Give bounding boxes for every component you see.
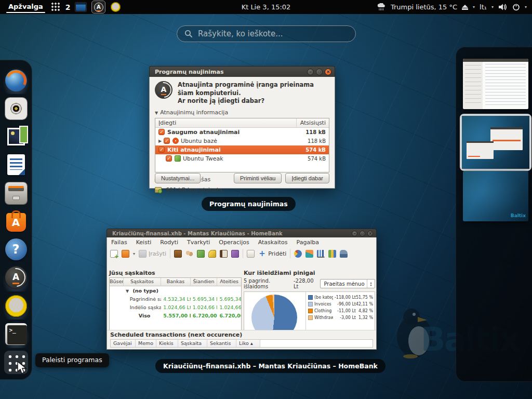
- spinner-arrows-icon[interactable]: ▴▾: [367, 280, 375, 288]
- keyboard-layout-indicator[interactable]: lt₁: [480, 3, 487, 11]
- software-updater-tray-icon[interactable]: A: [91, 1, 105, 14]
- budget-report-icon[interactable]: [328, 250, 336, 258]
- maximize-button[interactable]: ▫: [316, 69, 323, 75]
- dock-item-files[interactable]: [4, 181, 28, 205]
- dock-item-software-center[interactable]: A: [4, 209, 28, 233]
- activities-button[interactable]: Apžvalga: [5, 1, 46, 14]
- open-caret-icon[interactable]: ▾: [133, 251, 135, 256]
- baltix-tray-icon[interactable]: [111, 2, 121, 12]
- settings-button[interactable]: Nustatymai...: [155, 173, 201, 183]
- eject-caret-icon[interactable]: ▾: [473, 5, 475, 9]
- updates-info-expander[interactable]: ▼Atnaujinimų informacija: [155, 109, 329, 116]
- balance-report-icon[interactable]: [317, 250, 325, 258]
- save-icon[interactable]: [139, 250, 147, 258]
- apps-grid-icon[interactable]: [51, 3, 60, 11]
- power-icon[interactable]: [512, 3, 520, 11]
- column-install[interactable]: Įdiegti: [155, 118, 297, 127]
- software-updater-icon: A: [5, 267, 27, 288]
- close-button[interactable]: ×: [367, 231, 373, 236]
- column-download[interactable]: Atsisiųsti: [297, 118, 329, 127]
- save-label[interactable]: Įrašyti: [149, 250, 166, 257]
- updates-list[interactable]: Įdiegti Atsisiųsti ✓ Saugumo atnaujinima…: [155, 118, 329, 172]
- dock-item-terminal[interactable]: [4, 322, 28, 345]
- payees-icon[interactable]: [185, 250, 193, 258]
- search-icon: [184, 30, 193, 38]
- dock-item-software-updater[interactable]: A: [4, 266, 28, 289]
- remind-later-button[interactable]: Priminti vėliau: [234, 173, 282, 183]
- statistics-pie-icon[interactable]: [294, 250, 302, 258]
- spending-section-title: Kur išleidžiami pinigai: [244, 270, 375, 276]
- menu-help[interactable]: Pagalba: [297, 239, 319, 246]
- updater-titlebar[interactable]: Programų naujinimas – ▫ ×: [149, 66, 335, 77]
- homebank-window[interactable]: Kriaučiūnų-finansai.xhb - Mantas Kriauči…: [107, 229, 377, 350]
- assignments-icon[interactable]: [208, 250, 216, 258]
- ubuntu-logo-icon: [172, 138, 179, 144]
- ledger-icon[interactable]: [247, 250, 255, 258]
- update-row-security[interactable]: ✓ Saugumo atnaujinimai 118 kB: [155, 128, 329, 137]
- scheduled-table-header[interactable]: Gavėjai Memo Kiekis Sąskaita Sekantis Li…: [110, 339, 373, 348]
- updater-heading: Atnaujinta programinė įranga prieinama š…: [178, 81, 329, 105]
- dock-item-shotwell[interactable]: [4, 125, 28, 149]
- menu-file[interactable]: Failas: [111, 239, 127, 246]
- preferences-icon[interactable]: [231, 250, 239, 258]
- close-button[interactable]: ×: [325, 69, 331, 75]
- window-list-icon[interactable]: [75, 3, 86, 11]
- update-row-ubuntu-base[interactable]: ▶ ✓ Ubuntu bazė 118 kB: [155, 137, 329, 145]
- update-row-other-selected[interactable]: ✓ Kiti atnaujinimai 574 kB: [155, 145, 329, 154]
- minimize-button[interactable]: –: [352, 231, 357, 236]
- dock-item-baltix[interactable]: [4, 294, 28, 317]
- libreoffice-writer-icon: [7, 154, 25, 175]
- period-selector[interactable]: Praeitas mėnuo ▴▾: [320, 279, 375, 288]
- update-row-ubuntu-tweak[interactable]: ✓ Ubuntu Tweak 574 kB: [155, 154, 329, 163]
- checkbox-checked-icon[interactable]: ✓: [158, 129, 165, 135]
- accounts-icon[interactable]: [174, 250, 182, 258]
- clock[interactable]: Kt Lie 3, 15:02: [242, 3, 291, 11]
- software-updater-window[interactable]: Programų naujinimas – ▫ × A Atnaujinta p…: [149, 66, 335, 189]
- checkbox-checked-icon[interactable]: ✓: [164, 138, 170, 144]
- search-input[interactable]: Rašykite, ko ieškote...: [177, 25, 356, 42]
- dock-item-writer[interactable]: [4, 153, 28, 177]
- dock-item-firefox[interactable]: [4, 69, 28, 92]
- download-size-label: 691 kB bus atsiųsta.: [166, 187, 224, 193]
- add-transaction-label[interactable]: Pridėti: [268, 250, 286, 257]
- install-now-button[interactable]: Įdiegti dabar: [285, 173, 329, 183]
- eject-icon[interactable]: [462, 4, 468, 10]
- menu-view[interactable]: Rodyti: [160, 239, 178, 246]
- account-group-row[interactable]: ▼ (no type): [110, 286, 241, 295]
- menu-edit[interactable]: Keisti: [136, 239, 152, 246]
- updates-list-header[interactable]: Įdiegti Atsisiųsti: [155, 118, 329, 128]
- categories-icon[interactable]: [197, 250, 205, 258]
- homebank-titlebar[interactable]: Kriaučiūnų-finansai.xhb - Mantas Kriauči…: [107, 229, 377, 237]
- trend-time-icon[interactable]: [305, 250, 313, 258]
- maximize-button[interactable]: ▫: [360, 231, 365, 236]
- group-expander-icon[interactable]: ▼: [126, 289, 129, 294]
- scheduled-section-title: Scheduled transactions (next occurence): [110, 331, 373, 338]
- workspace-thumbnail-1[interactable]: [463, 59, 528, 109]
- account-row[interactable]: Indėlio sąskaita 1.024,66 Lt 1.024,66 Lt…: [110, 303, 241, 311]
- vehicle-cost-icon[interactable]: [340, 250, 348, 258]
- power-caret-icon[interactable]: ▾: [525, 5, 527, 9]
- checkbox-checked-icon[interactable]: ✓: [166, 155, 172, 162]
- keyboard-caret-icon[interactable]: ▾: [491, 5, 494, 9]
- expand-row-icon[interactable]: ▶: [158, 139, 164, 143]
- budget-icon[interactable]: [220, 250, 228, 258]
- menu-transactions[interactable]: Operacijos: [219, 239, 249, 246]
- checkbox-checked-icon[interactable]: ✓: [158, 147, 165, 153]
- accounts-table[interactable]: Būsena Sąskaitos Bankas Šiandien Ateitie…: [109, 277, 242, 335]
- workspace-thumbnail-3[interactable]: Baltix: [463, 171, 528, 221]
- workspace-thumbnail-2-active[interactable]: [460, 114, 531, 171]
- menu-reports[interactable]: Ataskaitos: [258, 239, 288, 246]
- account-row[interactable]: Pagrindinė sąska 4.532,34 Lt 5.695,34 Lt…: [110, 295, 241, 303]
- dock-item-help[interactable]: ?: [4, 238, 28, 261]
- new-file-icon[interactable]: [110, 250, 118, 258]
- volume-icon[interactable]: [498, 3, 508, 11]
- package-icon: [155, 187, 162, 193]
- account-total-row[interactable]: Viso 5.557,00 Lt 6.720,00 Lt 6.720,00 Lt: [110, 311, 241, 320]
- accounts-table-header[interactable]: Būsena Sąskaitos Bankas Šiandien Ateitie…: [110, 278, 241, 286]
- weather-label[interactable]: Trumpi lietūs, 15 °C: [391, 3, 457, 11]
- minimize-button[interactable]: –: [307, 69, 314, 75]
- dock-item-rhythmbox[interactable]: [4, 97, 28, 120]
- menu-manage[interactable]: Tvarkyti: [187, 239, 210, 246]
- add-transaction-icon[interactable]: +: [258, 250, 266, 258]
- open-file-icon[interactable]: [122, 250, 129, 258]
